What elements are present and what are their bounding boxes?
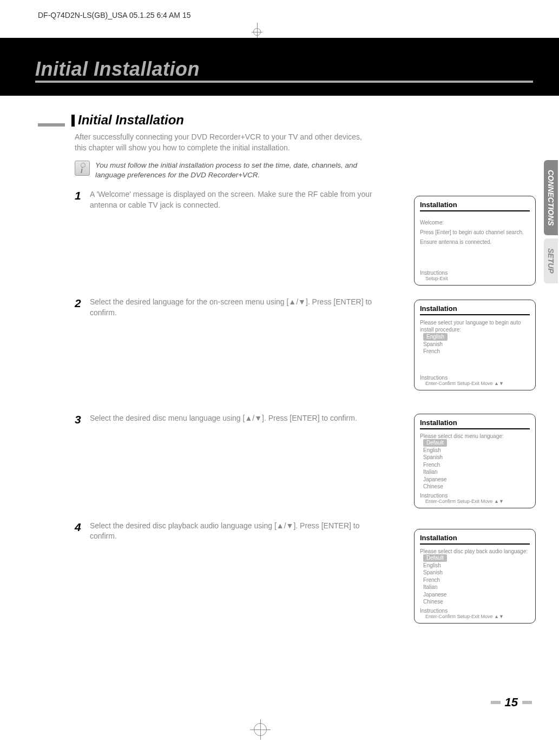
osd-screen-welcome: Installation Welcome: Press [Enter] to b… (414, 196, 536, 286)
osd-prompt: Please select your language to begin aut… (420, 319, 530, 333)
side-tabs: CONNECTIONS SETUP (544, 160, 559, 283)
page-number: 15 (505, 695, 518, 709)
osd-option: Spanish (423, 569, 530, 576)
pdf-header: DF-Q74D2N-LS(GB)_USA 05.1.25 6:4 AM 15 (38, 11, 190, 19)
osd-screen-disc-menu-lang: Installation Please select disc menu lan… (414, 414, 536, 508)
step-text: Select the desired language for the on-s… (90, 297, 385, 318)
osd-option-selected: Default (423, 439, 447, 447)
step-text: Select the desired disc menu language us… (90, 413, 385, 424)
osd-option-selected: Default (423, 554, 447, 562)
osd-title: Installation (420, 304, 530, 315)
page-footer: 15 (491, 695, 532, 709)
osd-instructions-label: Instructions (420, 375, 530, 381)
osd-title: Installation (420, 419, 530, 429)
osd-instructions-label: Instructions (420, 493, 530, 499)
osd-option: English (423, 562, 530, 569)
osd-instructions: Enter-Confirm Setup-Exit Move ▲▼ (425, 381, 530, 386)
osd-instructions: Setup-Exit (425, 276, 530, 281)
osd-instructions: Enter-Confirm Setup-Exit Move ▲▼ (425, 614, 530, 619)
step-text: A 'Welcome' message is displayed on the … (90, 189, 385, 210)
osd-prompt: Please select disc play back audio langu… (420, 548, 530, 554)
osd-options: Default English Spanish French Italian J… (423, 554, 530, 606)
chapter-title: Initial Installation (35, 58, 533, 81)
chapter-heading-row: Initial Installation (35, 58, 533, 83)
osd-option: Spanish (423, 341, 530, 348)
intro-paragraph: After successfully connecting your DVD R… (75, 132, 367, 153)
osd-prompt: Please select disc menu language: (420, 433, 530, 439)
osd-option: Japanese (423, 591, 530, 599)
osd-screen-language: Installation Please select your language… (414, 300, 536, 390)
step-number: 3 (75, 413, 90, 426)
osd-option: Japanese (423, 476, 530, 483)
heading-bar-black-icon (71, 115, 75, 127)
osd-instructions: Enter-Confirm Setup-Exit Move ▲▼ (425, 499, 530, 504)
tab-connections: CONNECTIONS (544, 160, 558, 235)
osd-title: Installation (420, 534, 530, 545)
footer-bar-icon (491, 701, 501, 704)
osd-title: Installation (420, 201, 530, 211)
crop-mark-bottom-icon (250, 719, 271, 740)
info-icon (75, 161, 90, 176)
section-title: Initial Installation (78, 114, 184, 127)
osd-screen-audio-lang: Installation Please select disc play bac… (414, 529, 536, 624)
osd-body: Welcome: Press [Enter] to begin auto cha… (420, 219, 530, 261)
footer-bar-icon (522, 701, 532, 704)
section-heading-row: Initial Installation (38, 114, 536, 127)
osd-option: Chinese (423, 483, 530, 490)
step-number: 2 (75, 297, 90, 310)
osd-option: English (423, 447, 530, 454)
step-number: 1 (75, 189, 90, 202)
osd-instructions-label: Instructions (420, 270, 530, 276)
osd-instructions-label: Instructions (420, 608, 530, 614)
osd-option: Spanish (423, 454, 530, 461)
heading-bar-gray-icon (38, 123, 65, 127)
page-content: Initial Installation After successfully … (38, 114, 536, 547)
osd-line: Press [Enter] to begin auto channel sear… (420, 229, 530, 236)
osd-options: Default English Spanish French Italian J… (423, 439, 530, 490)
osd-option: Italian (423, 468, 530, 476)
osd-option: Chinese (423, 598, 530, 606)
osd-options: English Spanish French (423, 333, 530, 355)
step-text: Select the desired disc playback audio l… (90, 521, 385, 542)
tab-setup: SETUP (544, 238, 558, 283)
osd-option-selected: English (423, 333, 448, 341)
note-row: You must follow the initial installation… (75, 161, 536, 180)
osd-option: French (423, 576, 530, 584)
step-number: 4 (75, 521, 90, 534)
osd-option: French (423, 461, 530, 469)
note-text: You must follow the initial installation… (95, 161, 377, 180)
osd-option: French (423, 348, 530, 355)
osd-option: Italian (423, 583, 530, 591)
osd-line: Welcome: (420, 219, 530, 226)
osd-line: Ensure antenna is connected. (420, 238, 530, 246)
